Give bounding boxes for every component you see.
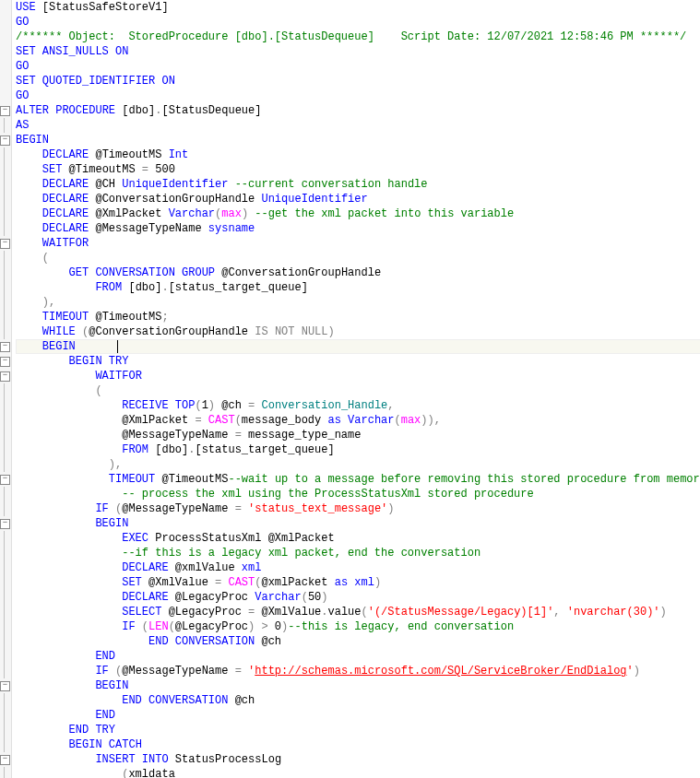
code-line[interactable]: FROM [dbo].[status_target_queue] bbox=[16, 442, 700, 457]
token-kw: Int bbox=[169, 148, 189, 161]
code-line[interactable]: ( bbox=[16, 383, 700, 398]
code-line[interactable]: WHILE (@ConversationGroupHandle IS NOT N… bbox=[16, 324, 700, 339]
code-line[interactable]: BEGIN bbox=[16, 678, 700, 693]
code-line[interactable]: -- process the xml using the ProcessStat… bbox=[16, 487, 700, 501]
fold-toggle-icon[interactable]: − bbox=[0, 681, 10, 691]
code-line[interactable]: DECLARE @TimeoutMS Int bbox=[16, 147, 700, 162]
token-txt bbox=[242, 665, 248, 678]
code-line[interactable]: DECLARE @xmlValue xml bbox=[16, 560, 700, 575]
code-area[interactable]: USE [StatusSafeStoreV1]GO/****** Object:… bbox=[12, 0, 700, 778]
token-txt bbox=[16, 532, 122, 545]
code-line[interactable]: (xmldata bbox=[16, 767, 700, 778]
code-line[interactable]: DECLARE @CH UniqueIdentifier --current c… bbox=[16, 177, 700, 192]
token-kw: BEGIN bbox=[95, 679, 128, 692]
code-line[interactable]: ALTER PROCEDURE [dbo].[StatusDequeue] bbox=[16, 103, 700, 118]
code-line[interactable]: BEGIN bbox=[16, 133, 700, 147]
fold-toggle-icon[interactable]: − bbox=[0, 136, 10, 146]
token-txt bbox=[102, 738, 109, 751]
code-line[interactable]: GO bbox=[16, 15, 700, 29]
code-line[interactable]: TIMEOUT @TimeoutMS; bbox=[16, 310, 700, 324]
fold-toggle-icon[interactable]: − bbox=[0, 239, 10, 249]
gutter-row bbox=[0, 737, 11, 752]
code-line[interactable]: SET @XmlValue = CAST(@xmlPacket as xml) bbox=[16, 575, 700, 590]
gutter-row bbox=[0, 0, 11, 15]
code-line[interactable]: SET @TimeoutMS = 500 bbox=[16, 162, 700, 177]
fold-toggle-icon[interactable]: − bbox=[0, 106, 10, 116]
token-txt: StatusProcessLog bbox=[169, 753, 281, 766]
code-line[interactable]: BEGIN CATCH bbox=[16, 737, 700, 752]
code-line[interactable]: INSERT INTO StatusProcessLog bbox=[16, 752, 700, 767]
gutter-row: − bbox=[0, 354, 11, 369]
code-line[interactable]: GET CONVERSATION GROUP @ConversationGrou… bbox=[16, 265, 700, 280]
fold-toggle-icon[interactable]: − bbox=[0, 475, 10, 485]
code-line[interactable]: DECLARE @MessageTypeName sysname bbox=[16, 221, 700, 236]
code-line[interactable]: @MessageTypeName = message_type_name bbox=[16, 428, 700, 442]
token-kw: UniqueIdentifier bbox=[122, 178, 228, 191]
code-line[interactable]: @XmlPacket = CAST(message_body as Varcha… bbox=[16, 413, 700, 428]
code-line[interactable]: DECLARE @LegacyProc Varchar(50) bbox=[16, 590, 700, 605]
token-txt: @xmlPacket bbox=[261, 576, 334, 589]
code-line[interactable]: ), bbox=[16, 457, 700, 472]
fold-toggle-icon[interactable]: − bbox=[0, 755, 10, 765]
code-line[interactable]: END bbox=[16, 708, 700, 723]
code-line[interactable]: END bbox=[16, 649, 700, 664]
token-txt: 500 bbox=[148, 163, 175, 176]
code-line[interactable]: WAITFOR bbox=[16, 369, 700, 383]
code-line[interactable]: WAITFOR bbox=[16, 236, 700, 251]
code-line[interactable]: GO bbox=[16, 59, 700, 74]
fold-toggle-icon[interactable]: − bbox=[0, 371, 10, 382]
gutter-row bbox=[0, 501, 11, 516]
code-line[interactable]: EXEC ProcessStatusXml @XmlPacket bbox=[16, 531, 700, 546]
token-op: ) bbox=[387, 502, 394, 515]
code-line[interactable]: TIMEOUT @TimeoutMS--wait up to a message… bbox=[16, 472, 700, 487]
token-kw: DECLARE bbox=[42, 148, 89, 161]
token-op: , bbox=[553, 606, 560, 619]
code-editor[interactable]: −−−−−−−−−− USE [StatusSafeStoreV1]GO/***… bbox=[0, 0, 700, 778]
token-txt: [dbo] bbox=[122, 281, 161, 294]
fold-toggle-icon[interactable]: − bbox=[0, 342, 10, 352]
token-txt bbox=[16, 325, 42, 338]
code-line[interactable]: FROM [dbo].[status_target_queue] bbox=[16, 280, 700, 295]
code-line[interactable]: RECEIVE TOP(1) @ch = Conversation_Handle… bbox=[16, 398, 700, 413]
code-line[interactable]: END CONVERSATION @ch bbox=[16, 693, 700, 708]
gutter-row bbox=[0, 74, 11, 88]
fold-toggle-icon[interactable]: − bbox=[0, 519, 10, 529]
code-line[interactable]: DECLARE @XmlPacket Varchar(max) --get th… bbox=[16, 206, 700, 221]
code-line[interactable]: AS bbox=[16, 118, 700, 133]
code-line[interactable]: IF (LEN(@LegacyProc) > 0)--this is legac… bbox=[16, 619, 700, 634]
fold-gutter[interactable]: −−−−−−−−−− bbox=[0, 0, 12, 778]
token-kw: Varchar bbox=[348, 414, 394, 427]
code-line[interactable]: END TRY bbox=[16, 723, 700, 737]
code-line[interactable]: END CONVERSATION @ch bbox=[16, 634, 700, 649]
gutter-row bbox=[0, 708, 11, 723]
code-line[interactable]: IF (@MessageTypeName = 'status_text_mess… bbox=[16, 501, 700, 516]
code-line[interactable]: BEGIN TRY bbox=[16, 354, 700, 369]
code-line[interactable]: IF (@MessageTypeName = 'http://schemas.m… bbox=[16, 664, 700, 678]
token-op: ( bbox=[235, 414, 242, 427]
code-line[interactable]: SET ANSI_NULLS ON bbox=[16, 44, 700, 59]
gutter-row bbox=[0, 605, 11, 619]
token-txt bbox=[76, 340, 115, 353]
gutter-row bbox=[0, 634, 11, 649]
token-txt bbox=[16, 296, 42, 309]
code-line[interactable]: /****** Object: StoredProcedure [dbo].[S… bbox=[16, 29, 700, 44]
token-kw: xml bbox=[242, 561, 262, 574]
token-kw: END bbox=[95, 709, 115, 722]
code-line[interactable]: BEGIN bbox=[16, 516, 700, 531]
token-kw: sysname bbox=[208, 222, 255, 235]
code-line[interactable]: ( bbox=[16, 251, 700, 265]
code-line[interactable]: USE [StatusSafeStoreV1] bbox=[16, 0, 700, 15]
code-line[interactable]: SELECT @LegacyProc = @XmlValue.value('(/… bbox=[16, 605, 700, 619]
code-line[interactable]: --if this is a legacy xml packet, end th… bbox=[16, 546, 700, 560]
token-op: NOT bbox=[275, 325, 295, 338]
token-txt: @TimeoutMS bbox=[155, 473, 228, 486]
code-line[interactable]: GO bbox=[16, 88, 700, 103]
token-op: ), bbox=[42, 296, 55, 309]
code-line[interactable]: BEGIN bbox=[16, 339, 700, 354]
code-line[interactable]: DECLARE @ConversationGroupHandle UniqueI… bbox=[16, 192, 700, 206]
token-kw: Varchar bbox=[255, 591, 301, 604]
gutter-row: − bbox=[0, 472, 11, 487]
code-line[interactable]: ), bbox=[16, 295, 700, 310]
fold-toggle-icon[interactable]: − bbox=[0, 357, 10, 367]
code-line[interactable]: SET QUOTED_IDENTIFIER ON bbox=[16, 74, 700, 88]
